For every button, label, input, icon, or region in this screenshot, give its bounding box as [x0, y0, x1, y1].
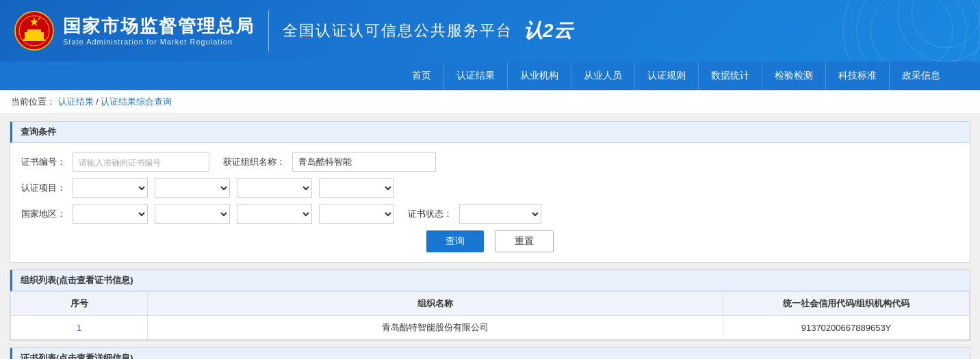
nav-cert-result[interactable]: 认证结果 — [444, 62, 508, 90]
country-select-4[interactable] — [319, 204, 394, 224]
query-panel-header: 查询条件 — [10, 122, 970, 143]
query-button[interactable]: 查询 — [426, 230, 484, 252]
country-select-3[interactable] — [237, 204, 312, 224]
org-name-label: 获证组织名称： — [223, 156, 285, 168]
cell-code: 91370200667889653Y — [723, 316, 970, 340]
nav-rules[interactable]: 认证规则 — [635, 62, 699, 90]
cert-project-select-3[interactable] — [237, 178, 312, 198]
col-seq: 序号 — [11, 292, 148, 316]
cert-table-panel: 证书列表(点击查看详细信息) — [10, 347, 970, 359]
cell-org-name: 青岛酷特智能股份有限公司 — [148, 316, 723, 340]
country-select-2[interactable] — [155, 204, 230, 224]
nav-person[interactable]: 从业人员 — [571, 62, 635, 90]
logo-area: 国家市场监督管理总局 State Administration for Mark… — [14, 10, 269, 51]
platform-cn: 全国认证认可信息公共服务平台 — [283, 21, 513, 41]
logo-text-block: 国家市场监督管理总局 State Administration for Mark… — [63, 16, 255, 45]
svg-rect-4 — [23, 39, 45, 41]
cell-seq: 1 — [11, 316, 148, 340]
platform-logo: 认2云 — [524, 18, 573, 44]
cert-status-select[interactable] — [459, 204, 541, 224]
breadcrumb-item-2[interactable]: 认证结果综合查询 — [101, 96, 172, 107]
logo-cn: 国家市场监督管理总局 — [63, 16, 255, 37]
country-select-1[interactable] — [73, 204, 148, 224]
form-row-2: 认证项目： — [21, 178, 959, 198]
seq-link[interactable]: 1 — [77, 323, 81, 333]
navbar: 首页 认证结果 从业机构 从业人员 认证规则 数据统计 检验检测 科技标准 政采… — [0, 62, 980, 90]
nav-stats[interactable]: 数据统计 — [699, 62, 762, 90]
table-row[interactable]: 1 青岛酷特智能股份有限公司 91370200667889653Y — [11, 316, 970, 340]
org-table: 序号 组织名称 统一社会信用代码/组织机构代码 1 青岛酷特智能股份有限公司 9… — [10, 291, 970, 340]
svg-rect-3 — [27, 29, 41, 33]
page-header: 国家市场监督管理总局 State Administration for Mark… — [0, 0, 980, 62]
nav-org[interactable]: 从业机构 — [508, 62, 571, 90]
cert-project-label: 认证项目： — [21, 182, 66, 194]
org-table-header: 组织列表(点击查看证书信息) — [10, 270, 970, 291]
logo-en: State Administration for Market Regulati… — [63, 38, 255, 46]
cert-table-header: 证书列表(点击查看详细信息) — [10, 348, 970, 359]
cert-project-select-2[interactable] — [155, 178, 230, 198]
query-panel: 查询条件 证书编号： 获证组织名称： 认证项目： 国家地区： — [10, 121, 970, 263]
cert-project-select-4[interactable] — [319, 178, 394, 198]
nav-home[interactable]: 首页 — [400, 62, 444, 90]
reset-button[interactable]: 重置 — [495, 230, 554, 252]
country-label: 国家地区： — [21, 208, 66, 220]
platform-area: 全国认证认可信息公共服务平台 认2云 — [283, 18, 573, 44]
cert-project-select-1[interactable] — [73, 178, 148, 198]
org-name-input[interactable] — [292, 152, 436, 172]
national-emblem-icon — [14, 10, 55, 51]
breadcrumb-label: 当前位置： — [11, 96, 55, 107]
col-code: 统一社会信用代码/组织机构代码 — [723, 292, 970, 316]
org-table-panel: 组织列表(点击查看证书信息) 序号 组织名称 统一社会信用代码/组织机构代码 1… — [10, 269, 970, 341]
cert-status-label: 证书状态： — [408, 208, 452, 220]
form-row-3: 国家地区： 证书状态： — [21, 204, 959, 224]
query-panel-body: 证书编号： 获证组织名称： 认证项目： 国家地区： 证书状态： — [10, 143, 970, 262]
nav-inspect[interactable]: 检验检测 — [762, 62, 826, 90]
main-content: 查询条件 证书编号： 获证组织名称： 认证项目： 国家地区： — [0, 114, 980, 359]
breadcrumb-item-1[interactable]: 认证结果 — [58, 96, 94, 107]
form-row-1: 证书编号： 获证组织名称： — [21, 152, 959, 172]
btn-row: 查询 重置 — [21, 230, 959, 252]
breadcrumb: 当前位置： 认证结果 / 认证结果综合查询 — [0, 90, 980, 114]
nav-policy[interactable]: 政采信息 — [890, 62, 953, 90]
cert-number-label: 证书编号： — [21, 156, 66, 168]
nav-tech[interactable]: 科技标准 — [826, 62, 890, 90]
svg-rect-2 — [25, 32, 44, 39]
col-org-name: 组织名称 — [148, 292, 723, 316]
cert-number-input[interactable] — [73, 152, 209, 172]
